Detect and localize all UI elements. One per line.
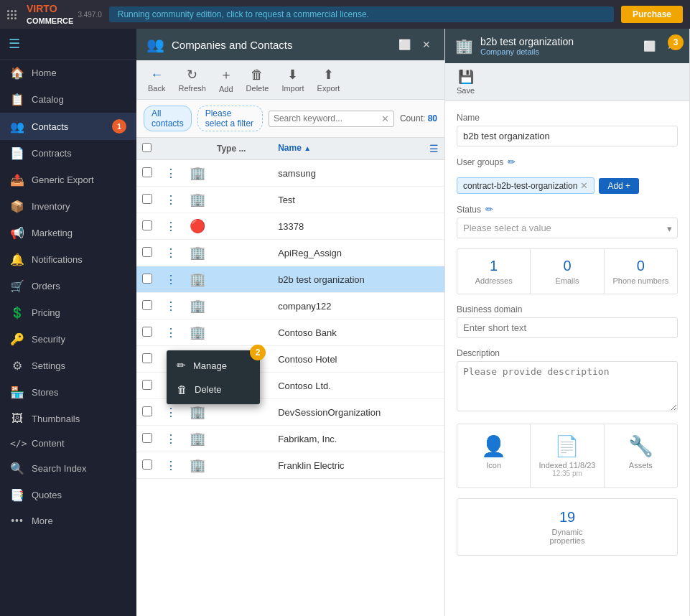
- sidebar-item-content[interactable]: </> Content: [0, 431, 136, 455]
- row-checkbox[interactable]: [142, 433, 152, 443]
- row-checkbox[interactable]: [142, 220, 152, 230]
- sidebar-item-home[interactable]: 🏠 Home: [0, 60, 136, 86]
- row-name-cell: Contoso Ltd.: [272, 373, 444, 399]
- table-row[interactable]: ⋮ 🏢 samsung: [136, 160, 444, 187]
- all-contacts-filter[interactable]: All contacts: [144, 106, 192, 131]
- sidebar-item-catalog[interactable]: 📋 Catalog: [0, 86, 136, 113]
- search-input[interactable]: [274, 113, 381, 123]
- row-dots-button[interactable]: ⋮: [164, 167, 178, 180]
- context-delete-icon: 🗑: [177, 383, 187, 396]
- row-checkbox[interactable]: [142, 274, 152, 284]
- sidebar-item-marketing[interactable]: 📢 Marketing: [0, 220, 136, 246]
- row-checkbox[interactable]: [142, 327, 152, 337]
- row-dots-button[interactable]: ⋮: [164, 406, 178, 419]
- indexed-asset-card[interactable]: 📄 Indexed 11/8/23 12:35 pm: [531, 424, 604, 487]
- row-dots-button[interactable]: ⋮: [164, 193, 178, 207]
- add-group-button[interactable]: Add +: [599, 178, 639, 194]
- name-input[interactable]: [457, 126, 678, 146]
- delete-button[interactable]: 🗑 Delete: [241, 65, 275, 95]
- sidebar-item-stores[interactable]: 🏪 Stores: [0, 379, 136, 406]
- dynamic-properties-card[interactable]: 19 Dynamic properties: [457, 498, 678, 556]
- sidebar-item-contacts[interactable]: 👥 Contacts 1: [0, 113, 136, 140]
- row-dots-button[interactable]: ⋮: [164, 273, 178, 286]
- row-checkbox[interactable]: [142, 459, 152, 470]
- row-checkbox[interactable]: [142, 380, 152, 390]
- table-row[interactable]: ⋮ 🏢 ApiReg_Assign: [136, 240, 444, 266]
- detail-panel-header-icon: 🏢: [455, 37, 473, 55]
- table-row[interactable]: ⋮ 🏢 Test: [136, 187, 444, 213]
- apps-grid[interactable]: [7, 10, 17, 19]
- row-checkbox[interactable]: [142, 406, 152, 416]
- sidebar-item-generic-export[interactable]: 📤 Generic Export: [0, 167, 136, 193]
- table-row[interactable]: ⋮ 🏢 company122: [136, 293, 444, 319]
- addresses-num: 1: [463, 258, 524, 274]
- row-dots-button[interactable]: ⋮: [164, 432, 178, 446]
- row-checkbox[interactable]: [142, 167, 152, 177]
- icon-asset-card[interactable]: 👤 Icon: [457, 424, 531, 487]
- row-checkbox[interactable]: [142, 194, 152, 204]
- context-delete[interactable]: 🗑 Delete: [167, 378, 260, 401]
- detail-panel-maximize-button[interactable]: ⬜: [640, 39, 659, 53]
- description-textarea[interactable]: [457, 361, 678, 411]
- sidebar-item-orders[interactable]: 🛒 Orders: [0, 273, 136, 299]
- column-filter-button[interactable]: ☰: [429, 143, 439, 154]
- sidebar-item-more[interactable]: ••• More: [0, 508, 136, 533]
- purchase-button[interactable]: Purchase: [621, 6, 683, 23]
- sidebar-item-pricing[interactable]: 💲 Pricing: [0, 299, 136, 326]
- search-clear-icon[interactable]: ✕: [381, 113, 389, 124]
- back-button[interactable]: ← Back: [142, 65, 171, 95]
- addresses-card[interactable]: 1 Addresses: [457, 249, 531, 294]
- business-domain-input[interactable]: [457, 317, 678, 338]
- row-checkbox[interactable]: [142, 353, 152, 363]
- select-filter[interactable]: Please select a filter: [197, 106, 263, 131]
- marketing-icon: 📢: [10, 226, 24, 240]
- row-dots-button[interactable]: ⋮: [164, 299, 178, 313]
- emails-card[interactable]: 0 Emails: [531, 249, 604, 294]
- tag-remove-icon[interactable]: ✕: [580, 180, 588, 191]
- status-edit-icon[interactable]: ✏: [485, 204, 493, 215]
- refresh-button[interactable]: ↻ Refresh: [172, 64, 212, 95]
- col-name-header[interactable]: Name ▲ ☰: [272, 138, 444, 160]
- add-button[interactable]: ＋ Add: [213, 63, 239, 96]
- hamburger-icon[interactable]: ☰: [9, 37, 20, 51]
- user-groups-edit-icon[interactable]: ✏: [508, 157, 516, 167]
- save-button[interactable]: 💾 Save: [451, 66, 480, 98]
- phone-numbers-card[interactable]: 0 Phone numbers: [605, 249, 677, 294]
- panel-maximize-button[interactable]: ⬜: [395, 37, 414, 52]
- sidebar-item-quotes[interactable]: 📑 Quotes: [0, 482, 136, 508]
- sidebar-item-security[interactable]: 🔑 Security: [0, 326, 136, 353]
- context-manage[interactable]: ✏ Manage: [167, 353, 260, 378]
- table-row[interactable]: ⋮ 🔴 13378: [136, 213, 444, 240]
- row-name-cell: 13378: [272, 213, 444, 240]
- sidebar-item-inventory[interactable]: 📦 Inventory: [0, 193, 136, 220]
- select-all-checkbox[interactable]: [142, 143, 151, 152]
- sidebar-item-notifications[interactable]: 🔔 Notifications: [0, 246, 136, 273]
- refresh-label: Refresh: [178, 84, 206, 93]
- table-row[interactable]: ⋮ 🏢 b2b test organization: [136, 266, 444, 293]
- row-type-cell: [211, 266, 272, 293]
- import-button[interactable]: ⬇ Import: [276, 64, 309, 95]
- row-checkbox[interactable]: [142, 247, 152, 257]
- context-manage-label: Manage: [193, 360, 227, 371]
- sidebar-item-contracts[interactable]: 📄 Contracts: [0, 140, 136, 167]
- banner[interactable]: Running community edition, click to requ…: [109, 6, 614, 22]
- export-button[interactable]: ⬆ Export: [312, 64, 346, 95]
- add-label: Add: [219, 85, 233, 93]
- manage-icon: ✏: [177, 359, 186, 372]
- sidebar-item-search-index[interactable]: 🔍 Search Index: [0, 455, 136, 482]
- table-row[interactable]: ⋮ 🏢 Contoso Bank: [136, 319, 444, 346]
- row-dots-button[interactable]: ⋮: [164, 246, 178, 260]
- table-row[interactable]: ⋮ 🏢 Fabrikam, Inc.: [136, 426, 444, 452]
- status-row: Status ✏ Please select a value: [457, 204, 678, 238]
- assets-card[interactable]: 🔧 Assets: [605, 424, 677, 487]
- sidebar-item-settings[interactable]: ⚙ Settings: [0, 353, 136, 379]
- row-dots-button[interactable]: ⋮: [164, 220, 178, 233]
- row-checkbox[interactable]: [142, 300, 152, 310]
- row-dots-button[interactable]: ⋮: [164, 326, 178, 340]
- row-type-icon: 🏢: [190, 405, 205, 419]
- table-row[interactable]: ⋮ 🏢 Franklin Electric: [136, 452, 444, 479]
- row-dots-button[interactable]: ⋮: [164, 459, 178, 472]
- panel-close-button[interactable]: ✕: [419, 37, 434, 52]
- status-select[interactable]: Please select a value: [457, 218, 678, 238]
- sidebar-item-thumbnails[interactable]: 🖼 Thumbnails: [0, 406, 136, 431]
